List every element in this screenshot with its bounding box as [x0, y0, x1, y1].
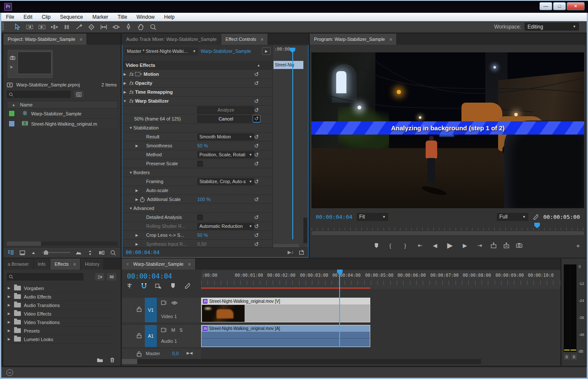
reset-param-icon[interactable]: ↺ [253, 178, 260, 185]
mark-in-icon[interactable]: { [386, 242, 395, 249]
zoom-in-thumbnails-icon[interactable] [75, 250, 82, 256]
menu-edit[interactable]: Edit [19, 13, 37, 21]
lock-icon[interactable] [136, 333, 142, 339]
delete-icon[interactable] [109, 357, 115, 363]
project-search-input[interactable] [7, 91, 71, 98]
project-item-sequence[interactable]: Warp-Stabilizer_Sample [7, 109, 118, 119]
track-target-a1[interactable]: A1 [145, 325, 157, 347]
cancel-button[interactable]: Cancel [197, 115, 254, 123]
lock-icon[interactable] [136, 351, 142, 357]
group-borders[interactable]: ▼ Borders [122, 168, 272, 177]
reset-param-icon[interactable]: ↺ [253, 223, 260, 230]
pen-tool-icon[interactable] [124, 22, 133, 32]
program-scroll-track[interactable] [311, 231, 584, 235]
tab-program-monitor[interactable]: Program: Warp-Stabilizer_Sample ≡ [310, 34, 397, 45]
track-select-forward-tool-icon[interactable] [25, 22, 35, 32]
smoothness-value[interactable]: 50 % [197, 143, 208, 148]
item-name[interactable]: Street-Night-Walking_original.m [31, 121, 97, 126]
tab-history[interactable]: History [81, 258, 104, 270]
result-dropdown[interactable]: Smooth Motion▼ [197, 133, 254, 141]
reset-param-icon[interactable]: ↺ [253, 232, 260, 238]
track-name-audio1[interactable]: Audio 1 [161, 339, 177, 344]
toggle-track-output-eye-icon[interactable] [171, 301, 178, 305]
play-audio-only-icon[interactable]: ▶♪ [288, 250, 294, 256]
label-color-green[interactable] [9, 110, 15, 117]
project-horizontal-scrollbar[interactable] [7, 241, 118, 246]
effect-controls-timecode[interactable]: 00:00:04:04 [126, 250, 159, 256]
lock-icon[interactable] [136, 306, 142, 312]
icon-view-icon[interactable] [19, 250, 26, 256]
folder-video-effects[interactable]: ▶Video Effects [7, 310, 114, 318]
mute-track-button[interactable]: M [171, 327, 175, 333]
timeline-ruler[interactable]: :00:00 00:00:01:00 00:00:02:00 00:00:03:… [201, 270, 560, 289]
track-select-backward-tool-icon[interactable] [37, 22, 47, 32]
play-button-icon[interactable]: ▶ [446, 241, 454, 250]
toggle-effects-icon[interactable] [299, 250, 305, 256]
zoom-tool-icon[interactable] [148, 22, 158, 32]
reset-param-icon[interactable]: ↺ [253, 196, 260, 203]
sort-direction-icon[interactable]: ▲ [7, 103, 20, 107]
preserve-scale-checkbox[interactable] [197, 161, 203, 167]
play-preview-icon[interactable]: ▶ [10, 65, 13, 69]
settings-wrench-icon[interactable] [533, 214, 539, 220]
item-name[interactable]: Warp-Stabilizer_Sample [31, 111, 81, 116]
rolling-shutter-dropdown[interactable]: Automatic Reduction▼ [197, 223, 254, 230]
menu-window[interactable]: Window [132, 13, 159, 21]
reset-param-icon[interactable]: ↺ [253, 161, 260, 167]
reset-effect-icon[interactable]: ↺ [253, 80, 260, 86]
panel-menu-icon[interactable]: ≡ [188, 262, 191, 267]
panel-menu-icon[interactable]: ≡ [73, 262, 76, 267]
menu-sequence[interactable]: Sequence [55, 13, 88, 21]
sync-lock-icon[interactable] [161, 300, 167, 305]
program-timecode[interactable]: 00:00:04:04 [316, 214, 352, 220]
extract-icon[interactable] [503, 242, 510, 249]
folder-audio-effects[interactable]: ▶Audio Effects [7, 293, 114, 301]
mini-timeline-ruler[interactable]: :00:00 [273, 46, 308, 56]
reset-effect-icon[interactable]: ↺ [253, 98, 260, 104]
hand-tool-icon[interactable] [136, 22, 146, 32]
synthesis-input-value[interactable]: 0,50 [197, 241, 206, 247]
tab-sequence-timeline[interactable]: × Warp-Stabilizer_Sample ≡ [122, 258, 196, 270]
button-editor-plus-icon[interactable]: + [576, 242, 580, 249]
folder-lumetri-looks[interactable]: ▶Lumetri Looks [7, 335, 114, 344]
crop-less-value[interactable]: 50 % [197, 233, 208, 238]
slide-tool-icon[interactable] [111, 22, 121, 32]
mini-vertical-scrollbar[interactable] [303, 218, 307, 243]
find-icon[interactable] [110, 250, 116, 256]
panel-menu-icon[interactable]: ≡ [390, 37, 392, 42]
playback-resolution-dropdown[interactable]: Full▼ [497, 213, 528, 221]
menu-clip[interactable]: Clip [37, 13, 55, 21]
track-name-video1[interactable]: Video 1 [161, 314, 177, 319]
zoom-out-thumbnails-icon[interactable] [31, 250, 37, 256]
timeline-settings-wrench-icon[interactable] [184, 282, 191, 289]
reset-effect-icon[interactable]: ↺ [253, 107, 260, 113]
slip-tool-icon[interactable] [99, 22, 109, 32]
track-target-v1[interactable]: V1 [145, 298, 157, 322]
menu-marker[interactable]: Marker [88, 13, 113, 21]
sort-icons-icon[interactable] [87, 250, 93, 256]
goto-in-icon[interactable]: ⇤ [416, 242, 424, 249]
add-marker-icon[interactable] [170, 282, 176, 289]
program-scrubber[interactable] [311, 224, 584, 230]
stopwatch-icon[interactable] [139, 197, 145, 202]
goto-out-icon[interactable]: ⇥ [476, 242, 484, 249]
solo-track-button[interactable]: S [179, 327, 182, 333]
menu-help[interactable]: Help [159, 13, 179, 21]
workspace-dropdown[interactable]: Editing ▼ [525, 23, 579, 31]
group-advanced[interactable]: ▼ Advanced [122, 204, 272, 213]
tab-info[interactable]: Info [34, 258, 50, 270]
additional-scale-value[interactable]: 100 % [197, 197, 210, 202]
close-button[interactable]: × [567, 2, 585, 10]
effect-row-warp-stabilizer[interactable]: ▼fx Warp Stabilizer ↺ [122, 97, 272, 106]
reset-param-icon[interactable]: ↺ [253, 152, 260, 158]
reset-effect-icon[interactable]: ↺ [253, 71, 260, 78]
analyze-button[interactable]: Analyze [197, 106, 254, 114]
navigate-up-icon[interactable] [7, 82, 13, 87]
group-stabilization[interactable]: ▼ Stabilization [122, 123, 272, 132]
folder-video-transitions[interactable]: ▶Video Transitions [7, 318, 114, 327]
collapse-icon[interactable]: ▲ [257, 63, 260, 67]
new-custom-bin-icon[interactable] [97, 357, 103, 363]
folder-audio-transitions[interactable]: ▶Audio Transitions [7, 301, 114, 310]
selection-tool-icon[interactable] [12, 22, 22, 32]
reset-param-icon[interactable]: ↺ [253, 241, 260, 247]
